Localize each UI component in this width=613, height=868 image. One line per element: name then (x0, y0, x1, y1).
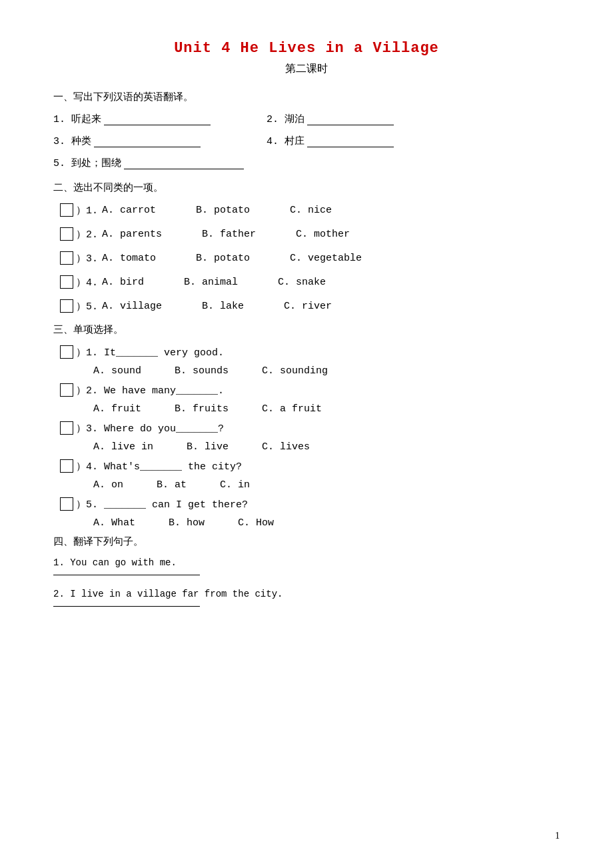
sc-q4: ）4. What's_______ the city? (76, 460, 242, 473)
sc-bracket-4[interactable] (60, 459, 73, 473)
sc-question-row-3: ）3. Where do you_______? (60, 421, 560, 435)
choice-num-1: ）1. (76, 204, 98, 217)
section2: 二、选出不同类的一项。 ）1. A. carrot B. potato C. n… (53, 181, 560, 313)
fill-item-5: 5. 到处；围绕 (53, 157, 244, 169)
fill-row-2: 3. 种类 4. 村庄 (53, 135, 560, 147)
page-title: Unit 4 He Lives in a Village (53, 40, 560, 57)
fill-row-3: 5. 到处；围绕 (53, 157, 560, 169)
fill-row-1: 1. 听起来 2. 湖泊 (53, 113, 560, 125)
choice-options-3: A. tomato B. potato C. vegetable (102, 253, 560, 264)
choice-options-4: A. bird B. animal C. snake (102, 277, 560, 288)
sc-row-2: ）2. We have many_______. A. fruit B. fru… (53, 383, 560, 415)
choice-opt-1c: C. nice (290, 205, 332, 216)
choice-options-5: A. village B. lake C. river (102, 301, 560, 312)
translate-sentence-2: 2. I live in a village far from the city… (53, 589, 560, 599)
section3-title: 三、单项选择。 (53, 323, 560, 336)
bracket-4[interactable] (60, 275, 73, 289)
fill-item-1: 1. 听起来 (53, 113, 240, 125)
section4-title: 四、翻译下列句子。 (53, 535, 560, 548)
fill-blank-2[interactable] (307, 125, 394, 125)
sc-opt-1b: B. sounds (175, 365, 229, 377)
fill-blank-1[interactable] (104, 125, 211, 125)
sc-opt-2c: C. a fruit (262, 403, 322, 415)
page-number: 1 (555, 831, 560, 841)
choice-row-5: ）5. A. village B. lake C. river (53, 299, 560, 313)
fill-blank-3[interactable] (94, 147, 201, 147)
section4: 四、翻译下列句子。 1. You can go with me. 2. I li… (53, 535, 560, 607)
choice-opt-1b: B. potato (196, 205, 250, 216)
section3: 三、单项选择。 ）1. It_______ very good. A. soun… (53, 323, 560, 529)
section1-title: 一、写出下列汉语的英语翻译。 (53, 91, 560, 103)
sc-q3: ）3. Where do you_______? (76, 422, 224, 435)
sc-opt-1c: C. sounding (262, 365, 328, 377)
choice-opt-3a: A. tomato (102, 253, 156, 264)
sc-bracket-2[interactable] (60, 383, 73, 397)
fill-num-2: 2. 湖泊 (267, 113, 305, 125)
sc-question-row-1: ）1. It_______ very good. (60, 345, 560, 359)
fill-num-3: 3. 种类 (53, 135, 91, 147)
choice-opt-4a: A. bird (102, 277, 144, 288)
translate-line-2[interactable] (53, 606, 200, 607)
sc-row-5: ）5. _______ can I get there? A. What B. … (53, 497, 560, 529)
sc-opts-3: A. live in B. live C. lives (60, 441, 560, 453)
sc-opt-3b: B. live (187, 441, 229, 453)
sc-opt-5b: B. how (169, 517, 205, 529)
choice-opt-4c: C. snake (278, 277, 326, 288)
bracket-1[interactable] (60, 203, 73, 217)
sc-opt-4a: A. on (93, 479, 123, 491)
sc-opts-4: A. on B. at C. in (60, 479, 560, 491)
choice-row-4: ）4. A. bird B. animal C. snake (53, 275, 560, 289)
fill-blank-5[interactable] (124, 169, 244, 169)
sc-bracket-3[interactable] (60, 421, 73, 435)
choice-opt-5b: B. lake (202, 301, 244, 312)
sc-q2: ）2. We have many_______. (76, 384, 224, 397)
sc-opt-3a: A. live in (93, 441, 153, 453)
choice-opt-2a: A. parents (102, 229, 162, 240)
sc-row-3: ）3. Where do you_______? A. live in B. l… (53, 421, 560, 453)
sc-bracket-5[interactable] (60, 497, 73, 511)
choice-row-1: ）1. A. carrot B. potato C. nice (53, 203, 560, 217)
choice-opt-5a: A. village (102, 301, 162, 312)
bracket-2[interactable] (60, 227, 73, 241)
choice-row-2: ）2. A. parents B. father C. mother (53, 227, 560, 241)
choice-opt-3b: B. potato (196, 253, 250, 264)
sc-opts-5: A. What B. how C. How (60, 517, 560, 529)
bracket-5[interactable] (60, 299, 73, 313)
choice-opt-5c: C. river (284, 301, 332, 312)
fill-item-4: 4. 村庄 (267, 135, 453, 147)
subtitle: 第二课时 (53, 62, 560, 76)
choice-num-5: ）5. (76, 300, 98, 313)
section2-title: 二、选出不同类的一项。 (53, 181, 560, 194)
fill-item-2: 2. 湖泊 (267, 113, 453, 125)
fill-num-4: 4. 村庄 (267, 135, 305, 147)
sc-opts-2: A. fruit B. fruits C. a fruit (60, 403, 560, 415)
choice-num-4: ）4. (76, 276, 98, 289)
translate-sentence-1: 1. You can go with me. (53, 557, 560, 568)
fill-blank-4[interactable] (307, 147, 394, 147)
choice-num-3: ）3. (76, 252, 98, 265)
sc-opt-2b: B. fruits (175, 403, 229, 415)
choice-options-2: A. parents B. father C. mother (102, 229, 560, 240)
sc-question-row-4: ）4. What's_______ the city? (60, 459, 560, 473)
sc-opt-4c: C. in (220, 479, 250, 491)
sc-opt-1a: A. sound (93, 365, 141, 377)
choice-options-1: A. carrot B. potato C. nice (102, 205, 560, 216)
sc-opt-4b: B. at (157, 479, 187, 491)
choice-num-2: ）2. (76, 228, 98, 241)
sc-question-row-5: ）5. _______ can I get there? (60, 497, 560, 511)
sc-row-1: ）1. It_______ very good. A. sound B. sou… (53, 345, 560, 377)
choice-opt-2b: B. father (202, 229, 256, 240)
bracket-3[interactable] (60, 251, 73, 265)
sc-opt-3c: C. lives (262, 441, 310, 453)
sc-question-row-2: ）2. We have many_______. (60, 383, 560, 397)
sc-opt-5a: A. What (93, 517, 135, 529)
fill-num-5: 5. 到处；围绕 (53, 157, 121, 169)
fill-item-3: 3. 种类 (53, 135, 240, 147)
sc-row-4: ）4. What's_______ the city? A. on B. at … (53, 459, 560, 491)
translate-line-1[interactable] (53, 575, 200, 575)
section1: 一、写出下列汉语的英语翻译。 1. 听起来 2. 湖泊 3. 种类 4. 村庄 … (53, 91, 560, 169)
sc-q5: ）5. _______ can I get there? (76, 498, 248, 511)
choice-opt-2c: C. mother (296, 229, 350, 240)
fill-num-1: 1. 听起来 (53, 113, 101, 125)
sc-bracket-1[interactable] (60, 345, 73, 359)
